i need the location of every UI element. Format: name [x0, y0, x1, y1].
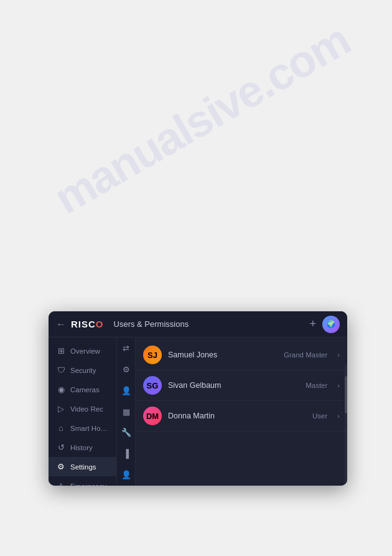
user-add-icon[interactable]: 👤 — [119, 384, 133, 397]
shield-icon: 🛡 — [56, 365, 66, 375]
emergency-icon: ⚠ — [56, 481, 66, 486]
sidebar-item-smart-home[interactable]: ⌂ Smart Home — [49, 418, 116, 438]
grid-icon: ⊞ — [56, 346, 66, 356]
user-item-2[interactable]: DM Donna Martin User › — [136, 401, 347, 431]
user-avatar-1: SG — [143, 376, 162, 395]
gear-icon[interactable]: ⚙ — [119, 364, 133, 376]
user-avatar-0: SJ — [143, 346, 162, 364]
user-name-0: Samuel Jones — [168, 351, 278, 359]
user-name-1: Sivan Gelbaum — [168, 381, 299, 390]
main-content: SJ Samuel Jones Grand Master › SG Sivan … — [136, 337, 347, 486]
sidebar: ⊞ Overview 🛡 Security ◉ Cameras ▷ Video … — [49, 337, 117, 486]
wrench-icon[interactable]: 🔧 — [119, 426, 133, 439]
user-avatar-2: DM — [143, 407, 162, 425]
app-body: ⊞ Overview 🛡 Security ◉ Cameras ▷ Video … — [49, 337, 347, 486]
settings-icon: ⚙ — [56, 462, 66, 471]
video-icon: ▷ — [56, 404, 66, 413]
sidebar-item-cameras[interactable]: ◉ Cameras — [49, 380, 116, 399]
sidebar-label-settings: Settings — [70, 463, 96, 471]
transfer-icon[interactable]: ⇄ — [119, 342, 133, 355]
chevron-icon-2: › — [337, 412, 340, 420]
sidebar-item-video-rec[interactable]: ▷ Video Rec — [49, 399, 116, 418]
user-item-0[interactable]: SJ Samuel Jones Grand Master › — [136, 340, 347, 370]
scrollbar-thumb[interactable] — [345, 376, 347, 413]
sidebar-label-emergency: Emergency — [70, 483, 106, 486]
page-title: Users & Permissions — [114, 319, 310, 329]
avatar[interactable]: 🌍 — [322, 316, 340, 333]
user-role-0: Grand Master — [284, 351, 327, 359]
avatar-initials-2: DM — [146, 412, 159, 421]
back-button[interactable]: ← — [56, 319, 66, 330]
sidebar-label-history: History — [70, 444, 93, 451]
logo: RISCO — [71, 319, 104, 329]
watermark: manualsive.com — [45, 14, 358, 224]
avatar-initials-0: SJ — [147, 351, 157, 360]
scrollbar-track — [345, 364, 347, 486]
add-button[interactable]: + — [309, 318, 316, 331]
sidebar-item-security[interactable]: 🛡 Security — [49, 360, 116, 380]
user-role-2: User — [312, 412, 327, 420]
camera-icon: ◉ — [56, 385, 66, 394]
user-item-1[interactable]: SG Sivan Gelbaum Master › — [136, 370, 347, 401]
sidebar-item-history[interactable]: ↺ History — [49, 438, 116, 457]
user-name-2: Donna Martin — [168, 412, 306, 420]
sidebar-label-security: Security — [70, 367, 96, 374]
person-icon[interactable]: 👤 — [119, 468, 133, 481]
chevron-icon-1: › — [337, 382, 340, 389]
chart-icon[interactable]: ▦ — [119, 405, 133, 418]
app-window: ← RISCO Users & Permissions + 🌍 ⊞ Overvi… — [49, 311, 347, 486]
sidebar-label-video: Video Rec — [70, 405, 103, 413]
app-header: ← RISCO Users & Permissions + 🌍 — [49, 311, 347, 337]
sidebar-label-overview: Overview — [70, 347, 100, 355]
sidebar-item-emergency[interactable]: ⚠ Emergency — [49, 476, 116, 486]
user-role-1: Master — [306, 382, 327, 389]
sidebar-label-cameras: Cameras — [70, 386, 100, 393]
user-list: SJ Samuel Jones Grand Master › SG Sivan … — [136, 337, 347, 434]
sidebar-item-overview[interactable]: ⊞ Overview — [49, 341, 116, 360]
logo-dot: O — [96, 319, 104, 329]
icon-strip: ⇄ ⚙ 👤 ▦ 🔧 ▐ 👤 — [117, 337, 136, 486]
history-icon: ↺ — [56, 443, 66, 452]
chevron-icon-0: › — [337, 351, 340, 359]
bar-chart-icon[interactable]: ▐ — [119, 448, 133, 460]
sidebar-item-settings[interactable]: ⚙ Settings — [49, 457, 116, 476]
avatar-icon: 🌍 — [327, 320, 335, 328]
avatar-initials-1: SG — [147, 381, 159, 390]
home-icon: ⌂ — [56, 423, 66, 433]
sidebar-label-smarthome: Smart Home — [70, 425, 109, 432]
